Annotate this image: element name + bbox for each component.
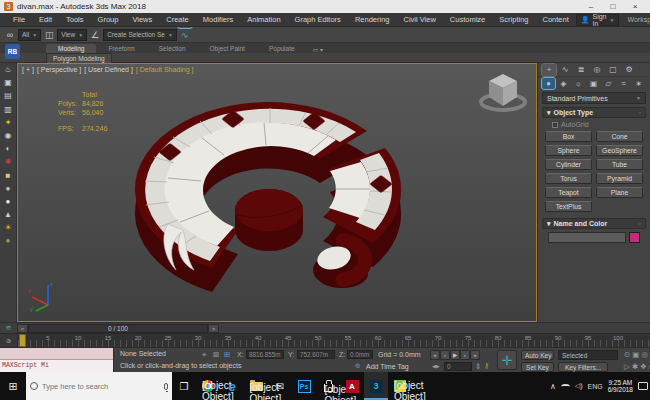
category-space-warps[interactable]: ≈: [617, 78, 630, 89]
tray-chevron-icon[interactable]: ∧: [550, 382, 556, 391]
ribbon-tab[interactable]: Object Paint: [198, 44, 257, 53]
menu-item[interactable]: Rendering: [348, 13, 397, 27]
ribbon-logo[interactable]: RB: [5, 44, 20, 59]
frame-spinner[interactable]: ⇕: [475, 362, 481, 371]
object-name-field[interactable]: [548, 232, 626, 243]
maxscript-mini-listener[interactable]: MAXScript Mi: [0, 348, 114, 373]
category-cameras[interactable]: ▣: [587, 78, 600, 89]
grid-panel-icon[interactable]: ▥: [4, 105, 12, 114]
menu-item[interactable]: Modifiers: [196, 13, 240, 27]
go-to-end-button[interactable]: »: [470, 350, 480, 360]
ribbon-display-icon[interactable]: ▭ ▾: [307, 46, 329, 53]
viewport-general-menu[interactable]: [ + ]: [22, 66, 34, 73]
search-input[interactable]: [42, 382, 142, 391]
category-systems[interactable]: ∗: [632, 78, 645, 89]
cone-icon[interactable]: ▲: [4, 210, 12, 219]
window-crossing-icon[interactable]: ◫: [42, 28, 56, 42]
next-frame-arrow[interactable]: >: [208, 324, 219, 333]
acrobat-icon[interactable]: A: [340, 372, 364, 400]
named-selection-dropdown[interactable]: Create Selection Se▼: [103, 29, 177, 41]
current-frame-field[interactable]: 0: [444, 362, 472, 371]
tab-hierarchy[interactable]: ≣: [574, 64, 588, 76]
play-button[interactable]: ▶: [450, 350, 460, 360]
tab-create[interactable]: +: [542, 64, 556, 76]
taskbar-search[interactable]: [26, 372, 172, 400]
object-type-button[interactable]: Cylinder: [545, 159, 592, 170]
category-helpers[interactable]: ▱: [602, 78, 615, 89]
lightbulb-icon[interactable]: ✦: [5, 118, 12, 127]
sign-in-button[interactable]: 👤 Sign In ▼: [576, 14, 620, 26]
maxscript-label[interactable]: MAXScript Mi: [0, 360, 113, 372]
add-time-tag[interactable]: Add Time Tag: [366, 363, 409, 370]
spreadsheet-icon[interactable]: ▤: [4, 91, 12, 100]
minimize-button[interactable]: –: [580, 2, 602, 11]
frame-counter[interactable]: 0 / 100: [28, 324, 208, 333]
object-type-button[interactable]: Teapot: [545, 187, 592, 198]
menu-item[interactable]: Content: [535, 13, 575, 27]
render-preset-icon[interactable]: ▣: [4, 78, 12, 87]
zoom-extents-icon[interactable]: ▣: [632, 350, 639, 359]
zoom-icon[interactable]: ⊙: [624, 350, 630, 359]
category-lights[interactable]: ☼: [572, 78, 585, 89]
go-to-start-button[interactable]: «: [430, 350, 440, 360]
absolute-mode-icon[interactable]: ⊞: [224, 350, 230, 359]
tab-display[interactable]: ▢: [606, 64, 620, 76]
menu-item[interactable]: Customize: [443, 13, 492, 27]
selection-filter-dropdown[interactable]: All▼: [18, 29, 41, 41]
next-frame-button[interactable]: ›: [460, 350, 470, 360]
start-button[interactable]: ⊞: [0, 380, 26, 393]
category-shapes[interactable]: ◈: [557, 78, 570, 89]
object-type-button[interactable]: Sphere: [545, 145, 592, 156]
set-key-button[interactable]: Set Key: [521, 362, 554, 372]
viewport-pov-menu[interactable]: [ Perspective ]: [37, 66, 81, 73]
timeline-track[interactable]: 5101520253035404550556065707580859095100: [18, 334, 650, 347]
tab-utilities[interactable]: ⚙: [622, 64, 636, 76]
category-geometry[interactable]: ●: [542, 78, 555, 89]
menu-item[interactable]: Tools: [59, 13, 91, 27]
previous-frame-arrow[interactable]: <: [17, 324, 28, 333]
clock[interactable]: 9:25 AM 6/9/2018: [608, 379, 633, 394]
key-filter-set-dropdown[interactable]: Selected: [558, 350, 618, 360]
menu-item[interactable]: Edit: [32, 13, 59, 27]
selection-lock-icon[interactable]: ⊠: [213, 350, 219, 359]
primitive-category-dropdown[interactable]: Standard Primitives ▼: [542, 92, 646, 104]
menu-item[interactable]: Group: [91, 13, 126, 27]
3dsmax-icon[interactable]: 3: [364, 372, 388, 400]
wifi-icon[interactable]: [561, 384, 570, 389]
viewport-user-defined-menu[interactable]: [ User Defined ]: [84, 66, 133, 73]
auto-key-button[interactable]: Auto Key: [521, 350, 554, 360]
time-slider[interactable]: [19, 334, 26, 347]
half-sphere-icon[interactable]: ◐: [6, 144, 11, 153]
previous-frame-button[interactable]: ‹: [440, 350, 450, 360]
ribbon-tab[interactable]: Modeling: [46, 44, 96, 53]
camera-icon[interactable]: ◉: [5, 131, 12, 140]
menu-item[interactable]: Scripting: [492, 13, 535, 27]
field-of-view-icon[interactable]: ▷: [624, 362, 630, 371]
curve-editor-icon[interactable]: ∿: [178, 28, 192, 42]
select-link-icon[interactable]: ∞: [3, 28, 17, 42]
z-coordinate-field[interactable]: 0.0mm: [347, 350, 373, 359]
menu-item[interactable]: Create: [159, 13, 196, 27]
object-type-button[interactable]: Cone: [596, 131, 643, 142]
orbit-icon[interactable]: ❖: [640, 362, 647, 371]
object-type-button[interactable]: Tube: [596, 159, 643, 170]
autogrid-checkbox[interactable]: [552, 122, 558, 128]
zoom-extents-all-icon[interactable]: ◎: [641, 350, 648, 359]
teapot-icon[interactable]: ♨: [4, 65, 11, 74]
menu-item[interactable]: Graph Editors: [288, 13, 348, 27]
edge-icon[interactable]: e: [220, 372, 244, 400]
action-center-icon[interactable]: [638, 382, 648, 390]
menu-item[interactable]: Views: [125, 13, 159, 27]
sphere-white-icon[interactable]: ●: [6, 197, 11, 206]
maximize-button[interactable]: □: [602, 2, 624, 11]
autogrid-option[interactable]: AutoGrid: [552, 121, 650, 128]
microsoft-store-icon[interactable]: [object Object]: [316, 372, 340, 400]
tab-motion[interactable]: ◎: [590, 64, 604, 76]
x-coordinate-field[interactable]: 8816.855m: [246, 350, 284, 359]
mail-icon[interactable]: ✉: [268, 372, 292, 400]
microphone-icon[interactable]: [164, 383, 168, 390]
material-yellow-icon[interactable]: ■: [6, 171, 11, 180]
y-coordinate-field[interactable]: 752.607m: [297, 350, 335, 359]
maxscript-pink-row[interactable]: [0, 348, 113, 360]
time-tag-icon[interactable]: ⊕: [355, 362, 361, 370]
